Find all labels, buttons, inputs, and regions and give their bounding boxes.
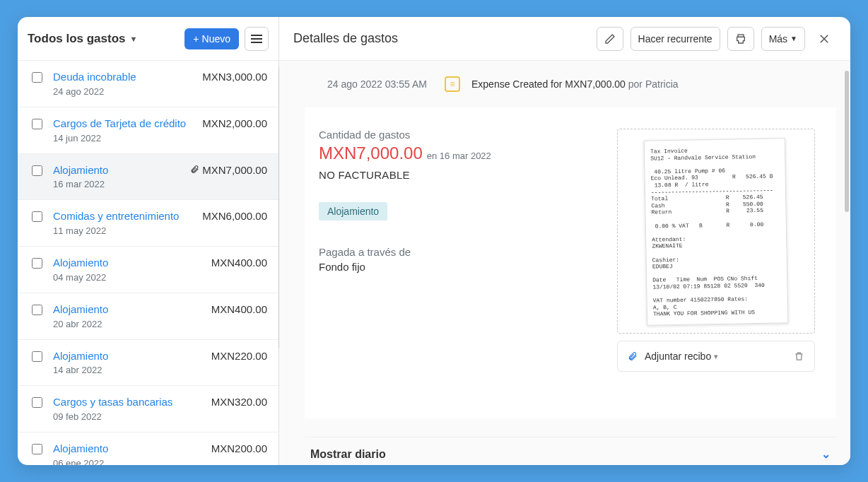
show-journal-toggle[interactable]: Mostrar diario ⌄ [305,437,836,465]
row-title: Comidas y entretenimiento [53,210,194,223]
expense-detail-panel: Detalles de gastos Hacer recurrente Más … [279,17,850,465]
edit-button[interactable] [597,27,623,51]
row-date: 20 abr 2022 [53,319,203,329]
expense-row[interactable]: Cargos y tasas bancarias09 feb 2022MXN32… [18,386,278,433]
history-entry: 24 ago 2022 03:55 AM ≡ Expense Created f… [305,61,836,107]
row-title: Cargos y tasas bancarias [53,396,203,409]
row-amount: MXN400.00 [211,303,267,329]
row-title: Alojamiento [53,257,203,270]
row-amount: MXN7,000.00 [190,164,267,190]
expense-row[interactable]: Alojamiento14 abr 2022MXN220.00 [18,340,278,387]
row-checkbox[interactable] [32,119,42,129]
amount-label: Cantidad de gastos [319,129,596,141]
expense-row[interactable]: Alojamiento04 may 2022MXN400.00 [18,247,278,293]
delete-receipt-button[interactable] [794,351,804,362]
row-date: 06 ene 2022 [53,458,203,465]
chevron-down-icon: ⌄ [821,447,831,461]
row-amount: MXN220.00 [211,350,267,376]
row-amount: MXN6,000.00 [202,210,267,236]
expense-row[interactable]: Deuda incobrable24 ago 2022MXN3,000.00 [18,61,278,107]
expense-row[interactable]: Alojamiento16 mar 2022MXN7,000.00 [18,154,278,201]
paperclip-icon [628,351,638,362]
row-checkbox[interactable] [32,72,42,83]
row-title: Cargos de Tarjeta de crédito [53,117,194,131]
detail-title: Detalles de gastos [293,31,590,46]
row-title: Alojamiento [53,350,203,363]
row-checkbox[interactable] [32,211,42,222]
paid-through-label: Pagada a través de [319,246,596,258]
receipt-section: Tax Invoice SU12 - Randvale Service Stat… [617,129,815,404]
row-date: 09 feb 2022 [53,411,203,422]
row-title: Alojamiento [53,164,182,177]
app-window: Todos los gastos ▼ + Nuevo Deuda incobra… [18,17,850,465]
make-recurring-button[interactable]: Hacer recurrente [631,27,720,51]
row-date: 04 may 2022 [53,272,203,283]
amount-value: MXN7,000.00 [319,143,423,163]
row-date: 16 mar 2022 [53,179,182,189]
detail-header: Detalles de gastos Hacer recurrente Más … [279,17,850,61]
close-detail-button[interactable] [812,27,836,51]
row-checkbox[interactable] [32,258,42,269]
caret-down-icon: ▼ [130,35,138,43]
close-icon [818,33,831,45]
receipt-image: Tax Invoice SU12 - Randvale Service Stat… [644,138,789,325]
receipt-actions: Adjuntar recibo ▾ [617,341,815,372]
row-checkbox[interactable] [32,397,42,408]
category-tag[interactable]: Alojamiento [319,202,387,221]
print-button[interactable] [727,27,754,51]
chevron-down-icon: ▾ [714,352,718,361]
row-amount: MXN2,000.00 [202,117,267,143]
list-header: Todos los gastos ▼ + Nuevo [18,17,278,61]
row-amount: MXN3,000.00 [202,71,267,97]
row-amount: MXN200.00 [211,442,267,465]
new-expense-button[interactable]: + Nuevo [184,28,239,49]
plus-icon: + [193,33,199,45]
attach-receipt-button[interactable]: Adjuntar recibo ▾ [645,351,718,362]
list-menu-button[interactable] [245,27,269,51]
row-checkbox[interactable] [32,351,42,362]
expense-row[interactable]: Alojamiento20 abr 2022MXN400.00 [18,293,278,340]
expense-row[interactable]: Comidas y entretenimiento11 may 2022MXN6… [18,200,278,247]
row-title: Alojamiento [53,442,203,456]
row-title: Alojamiento [53,303,203,317]
more-menu-button[interactable]: Más ▼ [761,27,805,51]
printer-icon [735,33,746,45]
caret-down-icon: ▼ [790,35,797,42]
row-amount: MXN320.00 [211,396,267,422]
row-checkbox[interactable] [32,165,42,176]
paperclip-icon [190,164,199,175]
history-message: Expense Created for MXN7,000.00 [471,78,626,90]
row-amount: MXN400.00 [211,257,267,283]
amount-date: en 16 mar 2022 [427,151,491,161]
detail-card: Cantidad de gastos MXN7,000.00 en 16 mar… [305,107,836,418]
row-date: 14 abr 2022 [53,365,203,375]
billable-status: NO FACTURABLE [319,169,596,181]
new-button-label: Nuevo [202,33,230,45]
detail-body: 24 ago 2022 03:55 AM ≡ Expense Created f… [279,61,850,465]
row-checkbox[interactable] [32,444,42,454]
pencil-icon [604,33,616,45]
receipt-preview[interactable]: Tax Invoice SU12 - Randvale Service Stat… [617,129,815,334]
row-title: Deuda incobrable [53,71,194,84]
note-icon: ≡ [445,76,460,92]
row-date: 11 may 2022 [53,225,194,236]
history-author: Patricia [645,78,679,90]
paid-through-value: Fondo fijo [319,261,596,273]
row-checkbox[interactable] [32,305,42,315]
list-filter-dropdown[interactable]: Todos los gastos ▼ [28,32,179,46]
list-title: Todos los gastos [28,32,126,46]
expense-list[interactable]: Deuda incobrable24 ago 2022MXN3,000.00Ca… [18,61,278,465]
expense-row[interactable]: Alojamiento06 ene 2022MXN200.00 [18,433,278,465]
expense-row[interactable]: Cargos de Tarjeta de crédito14 jun 2022M… [18,107,278,154]
history-timestamp: 24 ago 2022 03:55 AM [327,78,433,90]
row-date: 14 jun 2022 [53,133,194,143]
expense-list-panel: Todos los gastos ▼ + Nuevo Deuda incobra… [18,17,279,465]
row-date: 24 ago 2022 [53,86,194,97]
